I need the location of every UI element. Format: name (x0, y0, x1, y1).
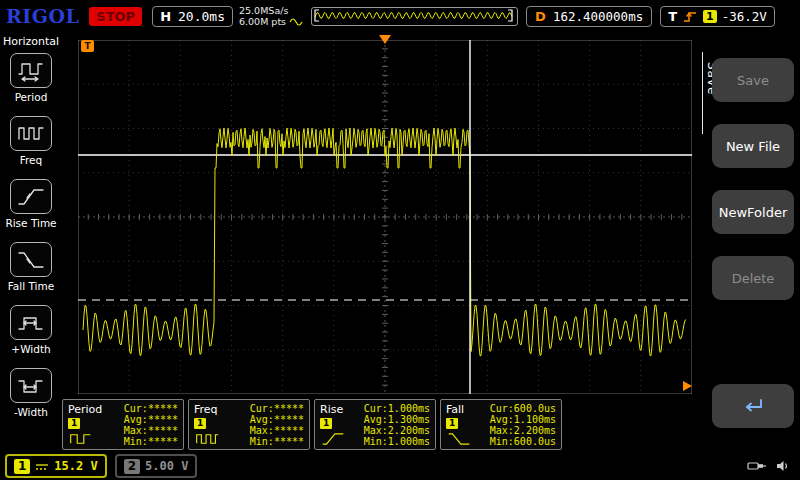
new-file-button[interactable]: New File (712, 124, 794, 168)
scope-graticule (78, 40, 692, 394)
measurement-panel-fall: Fall 1 Cur:600.0us Avg:1.100ms Max:2.200… (440, 399, 562, 450)
speaker-icon (776, 460, 790, 472)
channel-2-scale: 5.00 V (145, 459, 188, 473)
plus-width-icon (10, 305, 52, 340)
memory-waveform-icon (289, 17, 305, 27)
usb-icon (747, 460, 767, 472)
trigger-channel-badge: 1 (703, 10, 717, 23)
cur-row: Cur:***** (250, 403, 304, 414)
menu-item-label: +Width (11, 343, 50, 355)
avg-row: Avg:1.300ms (364, 414, 430, 425)
max-row: Max:***** (124, 425, 178, 436)
fall-meas-icon (446, 431, 472, 446)
horizontal-status: H 20.0ms (152, 6, 233, 27)
cur-row: Cur:***** (124, 403, 178, 414)
freq-icon (10, 116, 52, 151)
trigger-status: T 1 -36.2V (660, 6, 775, 27)
max-row: Max:2.200ms (490, 425, 556, 436)
measurement-panel-rise: Rise 1 Cur:1.000ms Avg:1.300ms Max:2.200… (314, 399, 436, 450)
menu-item-label: Fall Time (8, 280, 54, 292)
top-bar: RIGOL STOP H 20.0ms 25.0MSa/s 6.00M pts … (0, 0, 800, 32)
sample-rate: 25.0MSa/s (239, 5, 305, 16)
min-row: Min:***** (250, 436, 304, 447)
channel-badge: 1 (194, 418, 206, 429)
menu-tab-line (702, 52, 703, 134)
avg-row: Avg:1.100ms (490, 414, 556, 425)
return-arrow-icon (740, 397, 766, 415)
cur-row: Cur:600.0us (490, 403, 556, 414)
menu-item-fall-time[interactable]: Fall Time (8, 242, 54, 292)
trigger-slope-icon (682, 10, 698, 23)
cur-row: Cur:1.000ms (364, 403, 430, 414)
waveform-position-strip (311, 7, 518, 26)
measurement-values: Cur:***** Avg:***** Max:***** Min:***** (124, 403, 178, 446)
delay-label: D (535, 9, 546, 24)
softkey-buttons: Save New File NewFolder Delete (712, 32, 794, 428)
waveform-overview-icon (312, 8, 515, 23)
channel-2-status[interactable]: 2 5.00 V (115, 454, 198, 478)
delete-button[interactable]: Delete (712, 256, 794, 300)
menu-item-period[interactable]: Period (10, 53, 52, 103)
menu-item-freq[interactable]: Freq (10, 116, 52, 166)
period-icon (10, 53, 52, 88)
delay-value: 162.400000ms (553, 9, 643, 24)
channel-badge: 1 (446, 418, 458, 429)
trigger-position-marker[interactable] (379, 35, 391, 44)
rigol-logo: RIGOL (6, 5, 79, 27)
channel-badge: 1 (68, 418, 80, 429)
channel-1-badge: 1 (14, 459, 30, 474)
menu-item-label: Period (15, 91, 48, 103)
trigger-clamp-marker: T (81, 40, 94, 52)
min-row: Min:600.0us (490, 436, 556, 447)
trigger-level-value: -36.2V (722, 9, 767, 24)
menu-title: Horizontal (0, 32, 59, 53)
channel-2-badge: 2 (124, 459, 140, 474)
measurement-name: Rise (320, 403, 343, 416)
horizontal-label: H (160, 9, 171, 24)
measurement-name: Fall (446, 403, 464, 416)
new-folder-button[interactable]: NewFolder (712, 190, 794, 234)
channel-badge: 1 (320, 418, 332, 429)
menu-item-plus-width[interactable]: +Width (10, 305, 52, 355)
avg-row: Avg:***** (250, 414, 304, 425)
freq-meas-icon (194, 431, 220, 446)
right-menu: Save Save New File NewFolder Delete (692, 32, 800, 452)
minus-width-icon (10, 368, 52, 403)
measurement-values: Cur:1.000ms Avg:1.300ms Max:2.200ms Min:… (364, 403, 430, 446)
confirm-return-button[interactable] (712, 384, 794, 428)
measurement-name: Freq (194, 403, 218, 416)
left-menu: Horizontal Period Freq Rise Time Fall Ti… (0, 32, 62, 452)
measurement-values: Cur:600.0us Avg:1.100ms Max:2.200ms Min:… (490, 403, 556, 446)
fall-time-icon (10, 242, 52, 277)
oscilloscope-screen: RIGOL STOP H 20.0ms 25.0MSa/s 6.00M pts … (0, 0, 800, 480)
measurement-panel-freq: Freq 1 Cur:***** Avg:***** Max:***** Min… (188, 399, 310, 450)
system-icons (747, 460, 790, 472)
memory-depth: 6.00M pts (239, 16, 286, 27)
max-row: Max:***** (250, 425, 304, 436)
min-row: Min:1.000ms (364, 436, 430, 447)
measurement-name: Period (68, 403, 102, 416)
acquisition-status: 25.0MSa/s 6.00M pts (239, 5, 305, 27)
run-state-badge: STOP (89, 7, 142, 26)
channel-status-bar: 1 15.2 V 2 5.00 V (0, 452, 800, 480)
menu-item-label: Freq (20, 154, 43, 166)
measurement-row: Period 1 Cur:***** Avg:***** Max:***** M… (62, 399, 562, 450)
measurement-values: Cur:***** Avg:***** Max:***** Min:***** (250, 403, 304, 446)
avg-row: Avg:***** (124, 414, 178, 425)
dc-coupling-icon (35, 462, 49, 471)
save-button[interactable]: Save (712, 58, 794, 102)
channel-1-scale: 15.2 V (54, 459, 97, 473)
channel-1-status[interactable]: 1 15.2 V (5, 454, 107, 478)
delay-status: D 162.400000ms (526, 6, 652, 27)
rise-time-icon (10, 179, 52, 214)
timebase-value: 20.0ms (178, 9, 225, 24)
period-meas-icon (68, 431, 94, 446)
menu-item-minus-width[interactable]: -Width (10, 368, 52, 418)
menu-item-label: Rise Time (5, 217, 56, 229)
max-row: Max:2.200ms (364, 425, 430, 436)
rise-meas-icon (320, 431, 346, 446)
menu-item-label: -Width (14, 406, 48, 418)
menu-item-rise-time[interactable]: Rise Time (5, 179, 56, 229)
horizontal-edge-marker (683, 381, 692, 391)
min-row: Min:***** (124, 436, 178, 447)
